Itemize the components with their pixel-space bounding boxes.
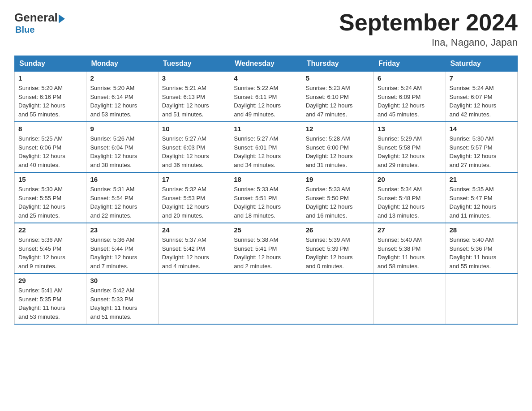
calendar-day-cell: 5Sunrise: 5:23 AMSunset: 6:10 PMDaylight… <box>302 72 373 122</box>
month-year-title: September 2024 <box>339 11 518 34</box>
calendar-header-thursday: Thursday <box>302 56 373 72</box>
calendar-day-cell: 21Sunrise: 5:35 AMSunset: 5:47 PMDayligh… <box>446 172 517 223</box>
calendar-week-row: 8Sunrise: 5:25 AMSunset: 6:06 PMDaylight… <box>15 122 518 172</box>
day-info: Sunrise: 5:20 AMSunset: 6:14 PMDaylight:… <box>90 84 154 119</box>
day-number: 8 <box>18 125 82 133</box>
calendar-header-friday: Friday <box>374 56 446 72</box>
calendar-day-cell: 10Sunrise: 5:27 AMSunset: 6:03 PMDayligh… <box>158 122 230 172</box>
day-info: Sunrise: 5:36 AMSunset: 5:45 PMDaylight:… <box>18 235 82 270</box>
day-number: 18 <box>234 176 298 183</box>
day-number: 11 <box>234 125 298 133</box>
location-text: Ina, Nagano, Japan <box>339 37 518 48</box>
day-info: Sunrise: 5:40 AMSunset: 5:38 PMDaylight:… <box>378 235 442 270</box>
day-number: 21 <box>450 176 514 183</box>
day-info: Sunrise: 5:37 AMSunset: 5:42 PMDaylight:… <box>162 235 226 270</box>
day-number: 9 <box>90 125 154 133</box>
day-number: 17 <box>162 176 226 183</box>
calendar-day-cell: 17Sunrise: 5:32 AMSunset: 5:53 PMDayligh… <box>158 172 230 223</box>
day-number: 23 <box>90 226 154 234</box>
calendar-day-cell: 15Sunrise: 5:30 AMSunset: 5:55 PMDayligh… <box>15 172 86 223</box>
calendar-day-cell: 22Sunrise: 5:36 AMSunset: 5:45 PMDayligh… <box>15 223 86 274</box>
calendar-header-saturday: Saturday <box>446 56 517 72</box>
calendar-day-cell: 2Sunrise: 5:20 AMSunset: 6:14 PMDaylight… <box>86 72 158 122</box>
calendar-day-cell: 19Sunrise: 5:33 AMSunset: 5:50 PMDayligh… <box>302 172 373 223</box>
calendar-day-cell <box>230 274 302 324</box>
calendar-header-monday: Monday <box>86 56 158 72</box>
calendar-day-cell: 26Sunrise: 5:39 AMSunset: 5:39 PMDayligh… <box>302 223 373 274</box>
day-info: Sunrise: 5:21 AMSunset: 6:13 PMDaylight:… <box>162 84 226 119</box>
day-info: Sunrise: 5:34 AMSunset: 5:48 PMDaylight:… <box>378 185 442 220</box>
day-number: 28 <box>450 226 514 234</box>
calendar-header-row: SundayMondayTuesdayWednesdayThursdayFrid… <box>15 56 518 72</box>
calendar-day-cell <box>302 274 373 324</box>
calendar-day-cell: 13Sunrise: 5:29 AMSunset: 5:58 PMDayligh… <box>374 122 446 172</box>
day-info: Sunrise: 5:28 AMSunset: 6:00 PMDaylight:… <box>306 134 370 169</box>
day-number: 29 <box>18 277 82 284</box>
day-info: Sunrise: 5:35 AMSunset: 5:47 PMDaylight:… <box>450 185 514 220</box>
day-number: 7 <box>450 74 514 82</box>
day-number: 25 <box>234 226 298 234</box>
logo-general-text: General <box>14 11 58 25</box>
title-section: September 2024 Ina, Nagano, Japan <box>339 11 518 48</box>
day-info: Sunrise: 5:42 AMSunset: 5:33 PMDaylight:… <box>90 286 154 321</box>
day-number: 26 <box>306 226 370 234</box>
day-info: Sunrise: 5:26 AMSunset: 6:04 PMDaylight:… <box>90 134 154 169</box>
logo: General Blue <box>14 11 66 35</box>
day-info: Sunrise: 5:27 AMSunset: 6:01 PMDaylight:… <box>234 134 298 169</box>
day-info: Sunrise: 5:24 AMSunset: 6:07 PMDaylight:… <box>450 84 514 119</box>
calendar-table: SundayMondayTuesdayWednesdayThursdayFrid… <box>14 56 518 325</box>
day-number: 16 <box>90 176 154 183</box>
calendar-day-cell: 3Sunrise: 5:21 AMSunset: 6:13 PMDaylight… <box>158 72 230 122</box>
day-info: Sunrise: 5:31 AMSunset: 5:54 PMDaylight:… <box>90 185 154 220</box>
logo-arrow-icon <box>59 14 65 23</box>
day-number: 5 <box>306 74 370 82</box>
day-info: Sunrise: 5:33 AMSunset: 5:50 PMDaylight:… <box>306 185 370 220</box>
day-number: 27 <box>378 226 442 234</box>
day-number: 13 <box>378 125 442 133</box>
calendar-week-row: 22Sunrise: 5:36 AMSunset: 5:45 PMDayligh… <box>15 223 518 274</box>
day-number: 3 <box>162 74 226 82</box>
day-info: Sunrise: 5:38 AMSunset: 5:41 PMDaylight:… <box>234 235 298 270</box>
calendar-day-cell: 30Sunrise: 5:42 AMSunset: 5:33 PMDayligh… <box>86 274 158 324</box>
day-number: 14 <box>450 125 514 133</box>
calendar-day-cell <box>374 274 446 324</box>
calendar-day-cell: 27Sunrise: 5:40 AMSunset: 5:38 PMDayligh… <box>374 223 446 274</box>
calendar-day-cell <box>446 274 517 324</box>
day-number: 20 <box>378 176 442 183</box>
calendar-day-cell: 16Sunrise: 5:31 AMSunset: 5:54 PMDayligh… <box>86 172 158 223</box>
day-number: 30 <box>90 277 154 284</box>
day-number: 19 <box>306 176 370 183</box>
calendar-day-cell: 6Sunrise: 5:24 AMSunset: 6:09 PMDaylight… <box>374 72 446 122</box>
day-info: Sunrise: 5:33 AMSunset: 5:51 PMDaylight:… <box>234 185 298 220</box>
calendar-day-cell: 11Sunrise: 5:27 AMSunset: 6:01 PMDayligh… <box>230 122 302 172</box>
day-info: Sunrise: 5:29 AMSunset: 5:58 PMDaylight:… <box>378 134 442 169</box>
day-info: Sunrise: 5:32 AMSunset: 5:53 PMDaylight:… <box>162 185 226 220</box>
calendar-day-cell <box>158 274 230 324</box>
calendar-day-cell: 9Sunrise: 5:26 AMSunset: 6:04 PMDaylight… <box>86 122 158 172</box>
calendar-week-row: 15Sunrise: 5:30 AMSunset: 5:55 PMDayligh… <box>15 172 518 223</box>
calendar-header-sunday: Sunday <box>15 56 86 72</box>
calendar-day-cell: 29Sunrise: 5:41 AMSunset: 5:35 PMDayligh… <box>15 274 86 324</box>
day-number: 12 <box>306 125 370 133</box>
calendar-day-cell: 20Sunrise: 5:34 AMSunset: 5:48 PMDayligh… <box>374 172 446 223</box>
day-info: Sunrise: 5:39 AMSunset: 5:39 PMDaylight:… <box>306 235 370 270</box>
calendar-day-cell: 18Sunrise: 5:33 AMSunset: 5:51 PMDayligh… <box>230 172 302 223</box>
calendar-day-cell: 12Sunrise: 5:28 AMSunset: 6:00 PMDayligh… <box>302 122 373 172</box>
day-info: Sunrise: 5:30 AMSunset: 5:57 PMDaylight:… <box>450 134 514 169</box>
day-number: 22 <box>18 226 82 234</box>
day-info: Sunrise: 5:40 AMSunset: 5:36 PMDaylight:… <box>450 235 514 270</box>
calendar-day-cell: 23Sunrise: 5:36 AMSunset: 5:44 PMDayligh… <box>86 223 158 274</box>
day-info: Sunrise: 5:23 AMSunset: 6:10 PMDaylight:… <box>306 84 370 119</box>
calendar-header-tuesday: Tuesday <box>158 56 230 72</box>
calendar-week-row: 29Sunrise: 5:41 AMSunset: 5:35 PMDayligh… <box>15 274 518 324</box>
day-number: 24 <box>162 226 226 234</box>
calendar-day-cell: 4Sunrise: 5:22 AMSunset: 6:11 PMDaylight… <box>230 72 302 122</box>
day-info: Sunrise: 5:20 AMSunset: 6:16 PMDaylight:… <box>18 84 82 119</box>
day-info: Sunrise: 5:27 AMSunset: 6:03 PMDaylight:… <box>162 134 226 169</box>
day-info: Sunrise: 5:22 AMSunset: 6:11 PMDaylight:… <box>234 84 298 119</box>
day-info: Sunrise: 5:25 AMSunset: 6:06 PMDaylight:… <box>18 134 82 169</box>
logo-blue-text: Blue <box>15 25 34 35</box>
page-header: General Blue September 2024 Ina, Nagano,… <box>14 11 518 48</box>
day-number: 6 <box>378 74 442 82</box>
day-info: Sunrise: 5:41 AMSunset: 5:35 PMDaylight:… <box>18 286 82 321</box>
